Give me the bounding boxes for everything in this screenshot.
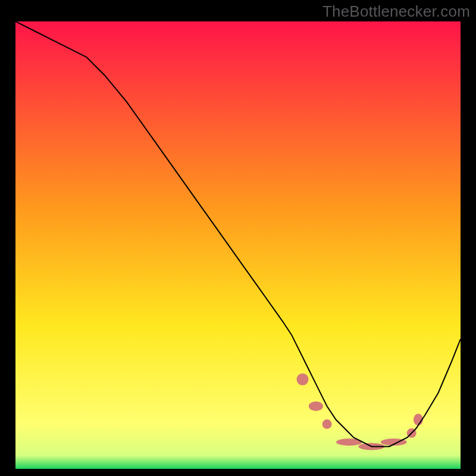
highlight-marker [309, 402, 323, 411]
highlight-marker [297, 374, 309, 386]
gradient-background [15, 21, 461, 469]
chart-frame: TheBottlenecker.com [0, 0, 476, 476]
bottleneck-chart [15, 21, 461, 469]
watermark-text: TheBottlenecker.com [322, 2, 470, 21]
chart-plot-area [15, 21, 461, 469]
highlight-marker [322, 419, 332, 429]
